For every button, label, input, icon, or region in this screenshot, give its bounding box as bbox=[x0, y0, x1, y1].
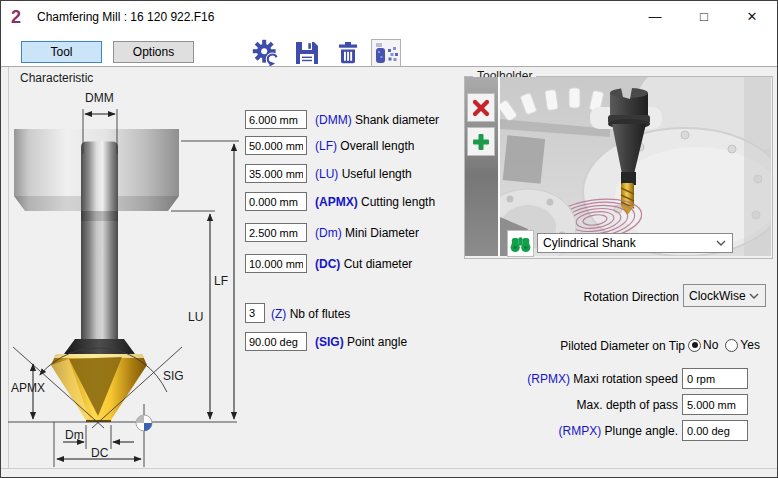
shank-diameter-input[interactable] bbox=[245, 110, 307, 129]
rotation-direction-value: ClockWise bbox=[689, 289, 746, 303]
nb-flutes-label: (Z) Nb of flutes bbox=[271, 307, 350, 321]
delete-tool-button[interactable] bbox=[334, 39, 362, 67]
toolholder-3d-preview[interactable] bbox=[500, 77, 771, 256]
plunge-angle-label: (RMPX) Plunge angle. bbox=[461, 424, 678, 438]
code-apmx: (APMX) bbox=[315, 195, 358, 209]
point-angle-input[interactable] bbox=[245, 332, 307, 351]
tool-diagram: DMM LF LU APMX SIG Dm DC bbox=[1, 86, 251, 471]
mini-diameter-input[interactable] bbox=[245, 223, 307, 242]
mini-diameter-label: (Dm) Mini Diameter bbox=[315, 226, 419, 240]
shank-type-dropdown[interactable]: Cylindrical Shank bbox=[537, 233, 733, 253]
useful-length-input[interactable] bbox=[245, 164, 307, 183]
browse-toolholder-button[interactable] bbox=[507, 230, 534, 257]
app-logo-icon: 2 bbox=[11, 6, 33, 28]
nb-flutes-input[interactable] bbox=[245, 303, 265, 323]
label-lu: Useful length bbox=[342, 167, 412, 181]
dim-label-lu: LU bbox=[188, 310, 203, 324]
regenerate-gear-icon[interactable] bbox=[252, 39, 280, 67]
code-rmpx: (RMPX) bbox=[559, 424, 602, 438]
label-rmpx: Plunge angle. bbox=[601, 424, 678, 438]
dim-label-dm: Dm bbox=[65, 428, 84, 442]
dim-label-lf: LF bbox=[214, 274, 228, 288]
add-toolholder-button[interactable] bbox=[467, 127, 495, 156]
code-lu: (LU) bbox=[315, 167, 338, 181]
gear-refresh-icon bbox=[252, 39, 280, 67]
red-x-icon bbox=[471, 98, 491, 118]
maxi-rotation-speed-input[interactable] bbox=[682, 368, 748, 389]
dim-label-dmm: DMM bbox=[85, 91, 114, 105]
label-sig: Point angle bbox=[347, 335, 407, 349]
save-floppy-icon bbox=[293, 39, 321, 67]
plunge-angle-input[interactable] bbox=[682, 420, 748, 441]
code-z: (Z) bbox=[271, 307, 286, 321]
piloted-diameter-radios: No Yes bbox=[688, 338, 760, 352]
code-dmm: (DMM) bbox=[315, 113, 352, 127]
window-title: Chamfering Mill : 16 120 922.F16 bbox=[37, 10, 214, 24]
overall-length-label: (LF) Overall length bbox=[315, 139, 414, 153]
maxi-rotation-speed-label: (RPMX) Maxi rotation speed bbox=[461, 372, 678, 386]
shank-diameter-label: (DMM) Shank diameter bbox=[315, 113, 439, 127]
code-lf: (LF) bbox=[315, 139, 337, 153]
minimize-button[interactable]: — bbox=[638, 3, 672, 30]
useful-length-label: (LU) Useful length bbox=[315, 167, 412, 181]
toolholder-group: Toolholder bbox=[464, 76, 773, 259]
label-z: Nb of flutes bbox=[290, 307, 351, 321]
save-button[interactable] bbox=[293, 39, 321, 67]
label-dm: Mini Diameter bbox=[345, 226, 419, 240]
code-rpmx: (RPMX) bbox=[527, 372, 570, 386]
chips-simulation-icon bbox=[371, 39, 401, 67]
chevron-down-icon bbox=[749, 293, 759, 299]
max-depth-of-pass-input[interactable] bbox=[682, 394, 748, 415]
code-dc: (DC) bbox=[315, 257, 340, 271]
trash-icon bbox=[334, 39, 362, 67]
binoculars-icon bbox=[510, 235, 531, 253]
simulation-chips-button[interactable] bbox=[371, 39, 401, 67]
max-depth-of-pass-label: Max. depth of pass bbox=[461, 398, 678, 412]
point-angle-label: (SIG) Point angle bbox=[315, 335, 407, 349]
tool-editor-window: 2 Chamfering Mill : 16 120 922.F16 — □ ✕… bbox=[0, 0, 778, 478]
radio-yes[interactable] bbox=[725, 339, 738, 352]
toolbar-divider bbox=[1, 66, 778, 67]
maximize-button[interactable]: □ bbox=[687, 3, 721, 30]
overall-length-input[interactable] bbox=[245, 136, 307, 155]
code-sig: (SIG) bbox=[315, 335, 344, 349]
label-apmx: Cutting length bbox=[361, 195, 435, 209]
chevron-down-icon bbox=[716, 240, 726, 246]
rotation-direction-dropdown[interactable]: ClockWise bbox=[683, 284, 766, 307]
radio-no-label: No bbox=[703, 338, 718, 352]
radio-no[interactable] bbox=[688, 339, 701, 352]
machining-scene-image bbox=[500, 77, 771, 256]
label-rpmx: Maxi rotation speed bbox=[570, 372, 678, 386]
dim-label-sig: SIG bbox=[163, 369, 184, 383]
code-dm: (Dm) bbox=[315, 226, 342, 240]
label-lf: Overall length bbox=[340, 139, 414, 153]
tab-options[interactable]: Options bbox=[113, 41, 194, 63]
radio-yes-label: Yes bbox=[740, 338, 760, 352]
label-depth: Max. depth of pass bbox=[577, 398, 678, 412]
cut-diameter-input[interactable] bbox=[245, 254, 307, 273]
close-button[interactable]: ✕ bbox=[735, 3, 769, 30]
characteristic-section-title: Characteristic bbox=[20, 71, 93, 85]
remove-toolholder-button[interactable] bbox=[467, 93, 495, 122]
rotation-direction-label: Rotation Direction bbox=[521, 290, 679, 304]
cutting-length-label: (APMX) Cutting length bbox=[315, 195, 435, 209]
dim-label-dc: DC bbox=[91, 446, 108, 460]
green-plus-icon bbox=[471, 132, 491, 152]
tab-tool[interactable]: Tool bbox=[21, 41, 102, 63]
dim-label-apmx: APMX bbox=[11, 381, 45, 395]
cut-diameter-label: (DC) Cut diameter bbox=[315, 257, 412, 271]
shank-type-value: Cylindrical Shank bbox=[543, 236, 636, 250]
label-dc: Cut diameter bbox=[344, 257, 413, 271]
cutting-length-input[interactable] bbox=[245, 192, 307, 211]
piloted-diameter-label: Piloted Diameter on Tip bbox=[481, 339, 685, 353]
label-dmm: Shank diameter bbox=[355, 113, 439, 127]
